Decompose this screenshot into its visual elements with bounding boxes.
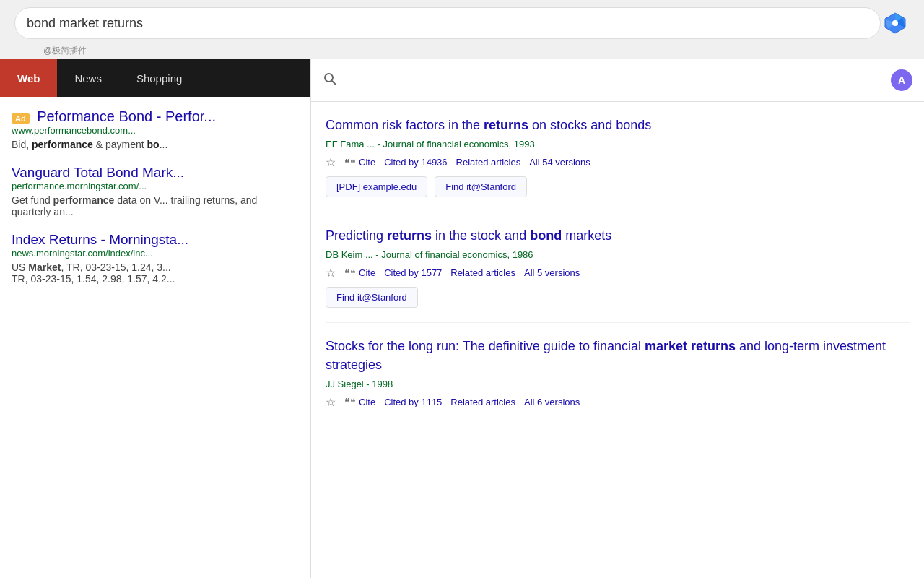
cite-icon-1: ❝❝	[344, 157, 356, 168]
result-title-morningstar[interactable]: Index Returns - Morningsta...	[12, 232, 188, 247]
cite-button-1[interactable]: ❝❝ Cite	[344, 157, 375, 168]
background-search-text: bond market returns	[27, 16, 868, 31]
cite-button-3[interactable]: ❝❝ Cite	[344, 396, 375, 407]
nav-label-news: News	[74, 72, 102, 85]
nav-label-shopping: Shopping	[136, 72, 182, 85]
star-icon-2[interactable]: ☆	[326, 266, 336, 280]
ad-result-title[interactable]: Peformance Bond - Perfor...	[37, 108, 216, 124]
scholar-result-3: Stocks for the long run: The definitive …	[326, 323, 910, 430]
extension-icon[interactable]	[882, 10, 908, 36]
avatar-initial: A	[898, 74, 905, 86]
cite-label-2: Cite	[359, 267, 375, 278]
cite-icon-2: ❝❝	[344, 267, 356, 279]
cite-icon-3: ❝❝	[344, 396, 356, 407]
scholar-avatar[interactable]: A	[891, 69, 912, 91]
star-icon-3[interactable]: ☆	[326, 395, 336, 409]
scholar-results: Common risk factors in the returns on st…	[311, 102, 924, 578]
cite-label-3: Cite	[359, 397, 375, 407]
cited-by-link-3[interactable]: Cited by 1115	[384, 397, 442, 407]
ad-badge: Ad	[12, 113, 30, 124]
stanford-link-2[interactable]: Find it@Stanford	[326, 287, 418, 308]
cite-button-2[interactable]: ❝❝ Cite	[344, 267, 375, 279]
scholar-panel: A Common risk factors in the returns on …	[310, 59, 924, 578]
scholar-result-links-2: Find it@Stanford	[326, 287, 910, 308]
stanford-link-1[interactable]: Find it@Stanford	[435, 176, 527, 197]
main-content: Ad Peformance Bond - Perfor... www.perfo…	[0, 97, 310, 578]
scholar-result-title-2[interactable]: Predicting returns in the stock and bond…	[326, 227, 910, 245]
related-articles-link-2[interactable]: Related articles	[450, 267, 515, 278]
result-title-vanguard[interactable]: Vanguard Total Bond Mark...	[12, 165, 184, 180]
scholar-result-title-1[interactable]: Common risk factors in the returns on st…	[326, 116, 910, 134]
scholar-result-links-1: [PDF] example.edu Find it@Stanford	[326, 176, 910, 197]
scholar-result-2: Predicting returns in the stock and bond…	[326, 212, 910, 323]
nav-item-news[interactable]: News	[57, 59, 119, 97]
related-articles-link-1[interactable]: Related articles	[456, 157, 521, 168]
star-icon-1[interactable]: ☆	[326, 155, 336, 169]
result-snippet-vanguard: Get fund performance data on V... traili…	[12, 194, 299, 217]
svg-line-6	[332, 81, 336, 85]
scholar-result-actions-2: ☆ ❝❝ Cite Cited by 1577 Related articles…	[326, 266, 910, 280]
result-item-vanguard: Vanguard Total Bond Mark... performance.…	[12, 165, 299, 217]
pdf-link-1[interactable]: [PDF] example.edu	[326, 176, 427, 197]
versions-link-3[interactable]: All 6 versions	[524, 397, 580, 407]
svg-point-4	[892, 20, 898, 26]
scholar-result-actions-1: ☆ ❝❝ Cite Cited by 14936 Related article…	[326, 155, 910, 169]
scholar-result-meta-3: JJ Siegel - 1998	[326, 379, 910, 389]
scholar-result-actions-3: ☆ ❝❝ Cite Cited by 1115 Related articles…	[326, 395, 910, 409]
versions-link-2[interactable]: All 5 versions	[524, 267, 580, 278]
cited-by-link-2[interactable]: Cited by 1577	[384, 267, 442, 278]
ad-result-url: www.performancebond.com...	[12, 125, 299, 136]
result-url-morningstar: news.morningstar.com/index/inc...	[12, 248, 299, 259]
result-snippet-morningstar: US Market, TR, 03-23-15, 1.24, 3...TR, 0…	[12, 262, 299, 285]
nav-item-shopping[interactable]: Shopping	[119, 59, 199, 97]
watermark-text: @极简插件	[43, 45, 87, 57]
related-articles-link-3[interactable]: Related articles	[450, 397, 515, 407]
scholar-search-icon	[323, 72, 337, 90]
scholar-result-1: Common risk factors in the returns on st…	[326, 102, 910, 212]
background-search-bar[interactable]: bond market returns	[14, 7, 881, 39]
nav-label-web: Web	[17, 72, 40, 85]
nav-item-web[interactable]: Web	[0, 59, 57, 97]
cite-label-1: Cite	[359, 157, 375, 168]
cited-by-link-1[interactable]: Cited by 14936	[384, 157, 447, 168]
versions-link-1[interactable]: All 54 versions	[529, 157, 590, 168]
scholar-result-meta-1: EF Fama ... - Journal of financial econo…	[326, 139, 910, 150]
ad-result-snippet: Bid, performance & payment bo...	[12, 139, 299, 150]
scholar-search-input[interactable]	[344, 74, 884, 87]
scholar-search-bar: A	[311, 59, 924, 102]
ad-result: Ad Peformance Bond - Perfor... www.perfo…	[12, 108, 299, 150]
result-url-vanguard: performance.morningstar.com/...	[12, 181, 299, 191]
scholar-result-title-3[interactable]: Stocks for the long run: The definitive …	[326, 337, 910, 374]
scholar-result-meta-2: DB Keim ... - Journal of financial econo…	[326, 249, 910, 260]
result-item-morningstar: Index Returns - Morningsta... news.morni…	[12, 232, 299, 285]
